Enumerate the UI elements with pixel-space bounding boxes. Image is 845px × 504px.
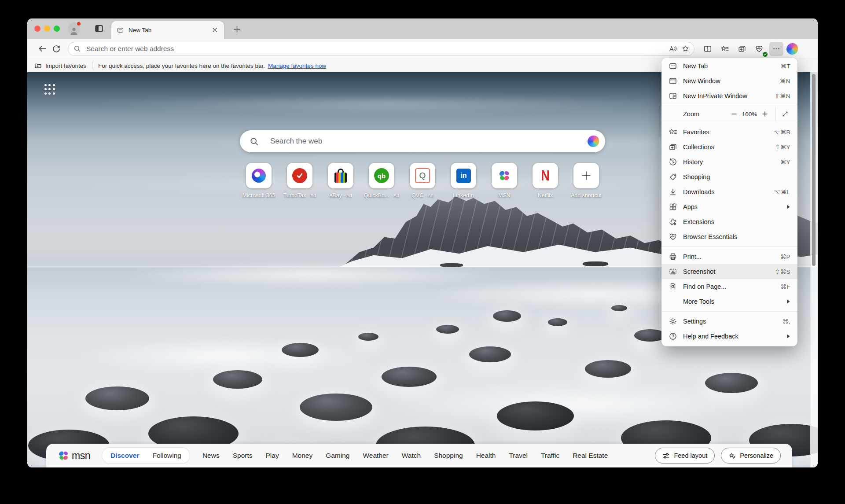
- menu-item-extensions[interactable]: Extensions: [661, 214, 797, 229]
- nav-news[interactable]: News: [202, 452, 220, 460]
- web-search-input[interactable]: [269, 136, 588, 146]
- submenu-arrow-icon: [787, 334, 790, 338]
- zoom-level: 100%: [739, 111, 760, 118]
- copilot-icon[interactable]: [786, 43, 798, 55]
- shortcut-msn[interactable]: MSN: [492, 163, 517, 199]
- nav-traffic[interactable]: Traffic: [541, 452, 559, 460]
- submenu-arrow-icon: [787, 299, 790, 304]
- menu-item-more-tools[interactable]: More Tools: [661, 294, 797, 309]
- nav-travel[interactable]: Travel: [509, 452, 528, 460]
- fullscreen-icon[interactable]: [780, 109, 790, 119]
- sliders-icon: [662, 452, 670, 460]
- menu-divider: [661, 311, 797, 312]
- favorites-icon: [669, 128, 677, 136]
- import-favorites-button[interactable]: Import favorites: [34, 62, 86, 70]
- back-icon[interactable]: [35, 42, 49, 56]
- zoom-out-icon[interactable]: [729, 109, 739, 119]
- address-input[interactable]: [85, 44, 664, 53]
- shortcut-quickbooks[interactable]: qb QuickBo...· Ad: [369, 163, 394, 199]
- divider: [92, 62, 92, 69]
- minimize-window-button[interactable]: [44, 26, 50, 32]
- nav-watch[interactable]: Watch: [402, 452, 421, 460]
- menu-item-new-window[interactable]: New Window ⌘N: [661, 74, 797, 88]
- tab-close-icon[interactable]: [211, 26, 219, 34]
- tab-title: New Tab: [129, 27, 211, 33]
- shortcut-qvc[interactable]: Q QVC· Ad: [410, 163, 435, 199]
- nav-shopping[interactable]: Shopping: [434, 452, 463, 460]
- nav-sports[interactable]: Sports: [233, 452, 253, 460]
- nav-real-estate[interactable]: Real Estate: [573, 452, 608, 460]
- nav-play[interactable]: Play: [266, 452, 279, 460]
- settings-and-more-button[interactable]: [769, 42, 783, 56]
- manage-favorites-link[interactable]: Manage favorites now: [268, 63, 326, 69]
- favorites-icon[interactable]: [718, 42, 732, 56]
- msn-logo[interactable]: msn: [58, 450, 90, 462]
- msn-butterfly-icon: [498, 170, 511, 182]
- web-search-bar[interactable]: [240, 130, 605, 152]
- import-folder-icon: [34, 62, 42, 70]
- essentials-check-badge: [763, 52, 768, 57]
- tab-following[interactable]: Following: [146, 452, 187, 460]
- add-shortcut-button[interactable]: Add shortcut: [573, 163, 599, 199]
- shortcut-tiles: Microsoft 365 TurboTax· Ad eBay· Ad qb Q…: [246, 163, 599, 199]
- address-bar[interactable]: [68, 42, 694, 56]
- zoom-in-icon[interactable]: [760, 109, 770, 119]
- add-favorite-star-icon[interactable]: [681, 44, 690, 53]
- menu-item-collections[interactable]: Collections ⇧⌘Y: [661, 140, 797, 155]
- menu-item-settings[interactable]: Settings ⌘,: [661, 314, 797, 329]
- nav-gaming[interactable]: Gaming: [326, 452, 349, 460]
- menu-divider: [661, 105, 797, 105]
- msn-bar-buttons: Feed layout Personalize: [655, 448, 781, 464]
- printer-icon: [669, 252, 677, 261]
- menu-item-help-and-feedback[interactable]: Help and Feedback: [661, 329, 797, 344]
- linkedin-icon: in: [456, 169, 471, 183]
- download-icon: [669, 188, 677, 196]
- netflix-icon: N: [541, 167, 550, 184]
- tab-new-tab[interactable]: New Tab: [111, 21, 224, 39]
- new-tab-button[interactable]: [231, 23, 243, 35]
- refresh-icon[interactable]: [49, 42, 63, 56]
- split-screen-icon[interactable]: [701, 42, 715, 56]
- close-window-button[interactable]: [34, 26, 40, 32]
- nav-weather[interactable]: Weather: [363, 452, 388, 460]
- tab-discover[interactable]: Discover: [104, 452, 146, 460]
- new-window-icon: [669, 77, 677, 85]
- menu-item-browser-essentials[interactable]: Browser Essentials: [661, 229, 797, 244]
- menu-item-find-on-page[interactable]: Find on Page... ⌘F: [661, 279, 797, 294]
- menu-item-new-tab[interactable]: New Tab ⌘T: [661, 59, 797, 74]
- menu-item-history[interactable]: History ⌘Y: [661, 155, 797, 169]
- shortcut-microsoft-365[interactable]: Microsoft 365: [246, 163, 272, 199]
- plus-icon: [581, 170, 592, 181]
- menu-item-new-inprivate-window[interactable]: New InPrivate Window ⇧⌘N: [661, 88, 797, 103]
- screenshot-icon: [669, 267, 677, 276]
- profile-avatar[interactable]: [68, 22, 80, 35]
- copilot-icon[interactable]: [588, 136, 599, 147]
- nav-health[interactable]: Health: [476, 452, 496, 460]
- shortcut-ebay[interactable]: eBay· Ad: [328, 163, 353, 199]
- menu-item-screenshot[interactable]: Screenshot ⇧⌘S: [661, 264, 797, 279]
- qvc-icon: Q: [415, 168, 430, 183]
- scrollbar-thumb[interactable]: [812, 74, 816, 266]
- menu-item-downloads[interactable]: Downloads ⌥⌘L: [661, 184, 797, 199]
- menu-item-apps[interactable]: Apps: [661, 199, 797, 214]
- settings-and-more-menu: New Tab ⌘T New Window ⌘N New InPrivate W…: [661, 58, 797, 346]
- shortcut-turbotax[interactable]: TurboTax· Ad: [287, 163, 312, 199]
- app-launcher-icon[interactable]: [44, 84, 55, 95]
- profile-notification-dot: [77, 22, 81, 26]
- star-pencil-icon: [728, 452, 736, 460]
- menu-item-zoom: Zoom 100%: [661, 107, 797, 121]
- browser-essentials-icon[interactable]: [752, 42, 766, 56]
- read-aloud-icon[interactable]: [669, 44, 677, 53]
- shortcut-netflix[interactable]: N Netflix: [533, 163, 558, 199]
- workspaces-icon[interactable]: [93, 23, 105, 34]
- menu-divider: [661, 246, 797, 247]
- shortcut-linkedin[interactable]: in LinkedIn: [451, 163, 476, 199]
- menu-item-favorites[interactable]: Favorites ⌥⌘B: [661, 125, 797, 140]
- zoom-window-button[interactable]: [54, 26, 60, 32]
- personalize-button[interactable]: Personalize: [721, 448, 781, 464]
- collections-icon[interactable]: [735, 42, 749, 56]
- nav-money[interactable]: Money: [292, 452, 313, 460]
- feed-layout-button[interactable]: Feed layout: [655, 448, 715, 464]
- menu-item-shopping[interactable]: Shopping: [661, 169, 797, 184]
- menu-item-print[interactable]: Print... ⌘P: [661, 249, 797, 264]
